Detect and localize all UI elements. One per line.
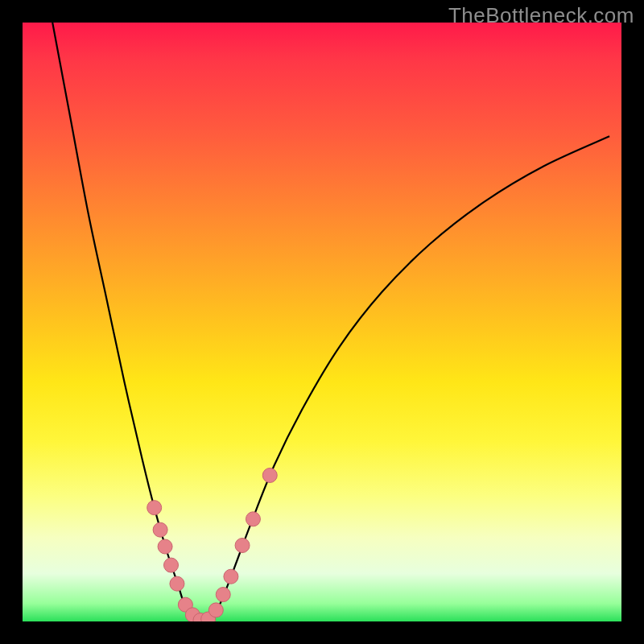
data-point [224,569,238,584]
data-point [208,603,223,617]
data-point [158,539,172,554]
data-point [170,576,184,591]
data-point [147,501,162,515]
chart-svg [23,23,621,621]
data-point [235,539,250,553]
data-markers [147,468,278,621]
data-point [246,512,260,526]
bottleneck-curve [52,23,609,621]
data-point [153,522,167,537]
data-point [164,558,179,572]
chart-frame: TheBottleneck.com [0,0,644,644]
data-point [262,468,277,482]
plot-area [23,23,621,621]
data-point [216,588,230,602]
